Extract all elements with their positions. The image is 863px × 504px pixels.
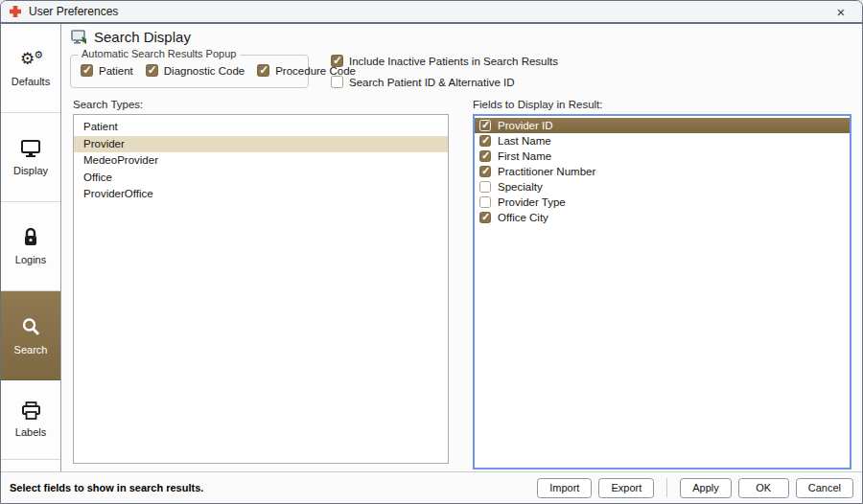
checkbox-diagnostic-code[interactable]: Diagnostic Code (146, 64, 245, 77)
checkbox-icon[interactable] (331, 55, 343, 67)
field-label: Last Name (498, 135, 551, 147)
sidebar-item-defaults[interactable]: ⚙⚙ Defaults (1, 24, 60, 113)
search-type-row-provideroffice[interactable]: ProviderOffice (74, 186, 448, 203)
search-display-icon (71, 30, 87, 45)
field-row-first-name[interactable]: First Name (475, 149, 850, 164)
user-preferences-dialog: User Preferences × ⚙⚙ Defaults Display (0, 0, 863, 504)
search-types-list: Patient Provider MedeoProvider Office Pr… (73, 114, 449, 464)
main-area: ⚙⚙ Defaults Display Logins (1, 24, 862, 471)
search-icon (20, 316, 41, 337)
sidebar-item-label: Search (14, 344, 48, 355)
popup-group-legend: Automatic Search Results Popup (78, 48, 240, 59)
checkbox-icon[interactable] (81, 64, 93, 77)
fields-list-label: Fields to Display in Result: (473, 99, 603, 110)
checkbox-icon[interactable] (479, 212, 491, 223)
status-message: Select fields to show in search results. (10, 482, 203, 493)
sidebar-item-label: Defaults (12, 76, 50, 87)
checkbox-icon[interactable] (331, 76, 343, 88)
sidebar-item-label: Logins (15, 254, 46, 265)
sidebar-item-labels[interactable]: Labels (1, 380, 60, 460)
checkbox-icon[interactable] (479, 166, 491, 177)
checkbox-include-inactive-patients[interactable]: Include Inactive Patients in Search Resu… (331, 55, 558, 67)
button-divider (666, 478, 667, 497)
printer-icon (21, 401, 41, 420)
sidebar-item-logins[interactable]: Logins (1, 202, 60, 291)
panel-header: Search Display (71, 29, 191, 45)
sidebar-filler (1, 460, 60, 471)
checkbox-label: Search Patient ID & Alternative ID (349, 77, 515, 88)
search-type-row-patient[interactable]: Patient (74, 119, 448, 136)
popup-group-row: Patient Diagnostic Code Procedure Code (81, 64, 304, 77)
field-label: Office City (498, 212, 548, 223)
checkbox-icon[interactable] (479, 120, 491, 131)
gears-icon: ⚙⚙ (20, 50, 41, 69)
checkbox-icon[interactable] (479, 196, 491, 208)
field-row-practitioner-number[interactable]: Practitioner Number (475, 164, 850, 179)
field-label: Provider ID (498, 120, 553, 131)
titlebar: User Preferences × (1, 1, 862, 24)
app-logo-icon (9, 5, 22, 18)
field-row-provider-type[interactable]: Provider Type (475, 195, 850, 210)
page-title: Search Display (94, 29, 191, 45)
checkbox-patient[interactable]: Patient (81, 64, 133, 77)
cancel-button[interactable]: Cancel (796, 478, 853, 498)
monitor-icon (20, 139, 41, 158)
sidebar-item-display[interactable]: Display (1, 113, 60, 202)
window-title: User Preferences (29, 5, 118, 18)
field-label: Provider Type (498, 196, 566, 208)
sidebar: ⚙⚙ Defaults Display Logins (1, 24, 61, 471)
sidebar-item-label: Labels (15, 426, 46, 438)
search-type-row-office[interactable]: Office (74, 170, 448, 187)
search-display-panel: Search Display Automatic Search Results … (61, 24, 862, 471)
sidebar-item-search[interactable]: Search (1, 291, 60, 380)
search-type-row-medeoprovider[interactable]: MedeoProvider (74, 152, 448, 170)
checkbox-icon[interactable] (479, 150, 491, 162)
field-label: First Name (498, 150, 551, 162)
checkbox-search-patient-id[interactable]: Search Patient ID & Alternative ID (331, 76, 515, 88)
field-label: Practitioner Number (498, 166, 595, 177)
checkbox-icon[interactable] (257, 64, 269, 77)
checkbox-icon[interactable] (146, 64, 158, 77)
sidebar-item-label: Display (13, 165, 48, 176)
export-button[interactable]: Export (598, 478, 654, 498)
field-row-office-city[interactable]: Office City (475, 210, 850, 225)
fields-to-display-list: Provider ID Last Name First Name Practit… (473, 114, 851, 470)
search-type-row-provider[interactable]: Provider (74, 136, 448, 153)
checkbox-icon[interactable] (479, 135, 491, 147)
checkbox-label: Patient (99, 65, 133, 77)
field-row-last-name[interactable]: Last Name (475, 133, 850, 149)
lock-icon (22, 227, 39, 247)
close-icon[interactable]: × (828, 4, 854, 20)
field-row-specialty[interactable]: Specialty (475, 179, 850, 195)
ok-button[interactable]: OK (738, 478, 789, 498)
checkbox-label: Include Inactive Patients in Search Resu… (349, 56, 558, 67)
popup-group: Automatic Search Results Popup Patient D… (70, 55, 309, 88)
import-button[interactable]: Import (537, 478, 592, 498)
field-label: Specialty (498, 181, 543, 193)
checkbox-icon[interactable] (479, 181, 491, 193)
checkbox-label: Diagnostic Code (164, 65, 245, 77)
field-row-provider-id[interactable]: Provider ID (475, 118, 850, 133)
status-bar: Select fields to show in search results.… (1, 471, 862, 503)
dialog-buttons: Import Export Apply OK Cancel (537, 478, 853, 498)
search-types-label: Search Types: (73, 99, 143, 110)
apply-button[interactable]: Apply (680, 478, 732, 498)
